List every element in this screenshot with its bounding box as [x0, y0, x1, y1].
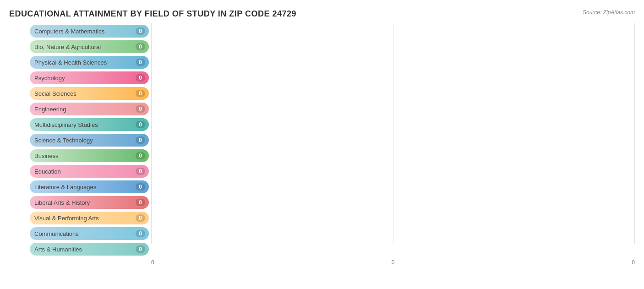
- bar-label-container: Multidisciplinary Studies0: [9, 118, 151, 131]
- bars-area: Computers & Mathematics0Bio, Nature & Ag…: [9, 23, 635, 257]
- bar-pill: Physical & Health Sciences0: [30, 56, 149, 69]
- bar-label-container: Arts & Humanities0: [9, 243, 151, 256]
- chart-container: EDUCATIONAL ATTAINMENT BY FIELD OF STUDY…: [0, 0, 644, 289]
- bar-pill-value: 0: [136, 214, 145, 222]
- bar-pill: Arts & Humanities0: [30, 243, 149, 256]
- x-label-0: 0: [151, 259, 154, 266]
- bar-row: Computers & Mathematics0: [9, 23, 635, 39]
- bar-pill: Visual & Performing Arts0: [30, 212, 149, 224]
- bar-pill: Engineering0: [30, 103, 149, 115]
- bar-row: Psychology0: [9, 70, 635, 86]
- bar-label-container: Computers & Mathematics0: [9, 25, 151, 38]
- bar-pill-label: Education: [34, 168, 61, 175]
- bar-pill-label: Engineering: [34, 106, 66, 113]
- bar-pill: Communications0: [30, 227, 149, 240]
- bar-row: Education0: [9, 164, 635, 179]
- bar-pill-label: Communications: [34, 230, 79, 237]
- bar-pill-label: Social Sciences: [34, 90, 76, 97]
- bar-pill: Liberal Arts & History0: [30, 196, 149, 209]
- bar-pill-label: Literature & Languages: [34, 184, 96, 191]
- bar-pill: Science & Technology0: [30, 134, 149, 147]
- bar-pill-value: 0: [136, 183, 145, 191]
- bar-row: Multidisciplinary Studies0: [9, 117, 635, 132]
- bar-pill: Business0: [30, 149, 149, 162]
- bar-pill-value: 0: [136, 105, 145, 113]
- bar-row: Physical & Health Sciences0: [9, 55, 635, 70]
- bar-pill-label: Science & Technology: [34, 137, 93, 144]
- bar-row: Bio, Nature & Agricultural0: [9, 39, 635, 55]
- bar-pill: Education0: [30, 165, 149, 178]
- bar-label-container: Communications0: [9, 227, 151, 240]
- bar-label-container: Visual & Performing Arts0: [9, 212, 151, 224]
- bar-pill-label: Business: [34, 153, 59, 159]
- bar-pill-value: 0: [136, 74, 145, 82]
- bar-pill-value: 0: [136, 121, 145, 128]
- bar-pill-value: 0: [136, 90, 145, 97]
- chart-area: Computers & Mathematics0Bio, Nature & Ag…: [9, 23, 635, 257]
- x-axis: 0 0 0: [151, 257, 635, 266]
- bar-pill-label: Bio, Nature & Agricultural: [34, 44, 101, 50]
- bar-row: Liberal Arts & History0: [9, 195, 635, 210]
- bar-row: Business0: [9, 148, 635, 164]
- x-label-1: 0: [392, 259, 395, 266]
- bar-pill-value: 0: [136, 27, 145, 35]
- bar-row: Social Sciences0: [9, 86, 635, 101]
- bar-pill-label: Physical & Health Sciences: [34, 59, 107, 66]
- bar-pill-value: 0: [136, 230, 145, 237]
- bar-pill: Psychology0: [30, 71, 149, 84]
- bar-pill-label: Arts & Humanities: [34, 246, 82, 253]
- bar-label-container: Psychology0: [9, 71, 151, 84]
- bar-pill: Literature & Languages0: [30, 180, 149, 193]
- bar-pill-label: Multidisciplinary Studies: [34, 121, 98, 128]
- bar-pill-label: Psychology: [34, 75, 65, 82]
- x-label-2: 0: [632, 259, 635, 266]
- bar-label-container: Bio, Nature & Agricultural0: [9, 40, 151, 53]
- bar-pill-label: Liberal Arts & History: [34, 199, 90, 206]
- bar-row: Engineering0: [9, 101, 635, 117]
- bar-label-container: Social Sciences0: [9, 87, 151, 100]
- bar-label-container: Education0: [9, 165, 151, 178]
- bar-label-container: Physical & Health Sciences0: [9, 56, 151, 69]
- bar-label-container: Engineering0: [9, 103, 151, 115]
- bar-row: Science & Technology0: [9, 132, 635, 148]
- source-text: Source: ZipAtlas.com: [583, 9, 635, 16]
- bar-label-container: Liberal Arts & History0: [9, 196, 151, 209]
- bar-pill-value: 0: [136, 152, 145, 159]
- bar-pill-label: Visual & Performing Arts: [34, 215, 99, 222]
- bar-label-container: Literature & Languages0: [9, 180, 151, 193]
- bar-label-container: Business0: [9, 149, 151, 162]
- bar-pill-value: 0: [136, 136, 145, 144]
- bar-pill: Multidisciplinary Studies0: [30, 118, 149, 131]
- bar-pill-value: 0: [136, 199, 145, 206]
- bar-pill-label: Computers & Mathematics: [34, 28, 104, 35]
- bar-pill: Computers & Mathematics0: [30, 25, 149, 38]
- bar-pill-value: 0: [136, 59, 145, 66]
- bar-pill: Social Sciences0: [30, 87, 149, 100]
- bar-pill-value: 0: [136, 168, 145, 175]
- bar-pill-value: 0: [136, 43, 145, 50]
- bar-row: Communications0: [9, 226, 635, 241]
- bar-pill: Bio, Nature & Agricultural0: [30, 40, 149, 53]
- bar-pill-value: 0: [136, 245, 145, 253]
- chart-title: EDUCATIONAL ATTAINMENT BY FIELD OF STUDY…: [9, 9, 635, 19]
- bar-label-container: Science & Technology0: [9, 134, 151, 147]
- bar-row: Arts & Humanities0: [9, 241, 635, 257]
- bar-row: Literature & Languages0: [9, 179, 635, 195]
- bar-row: Visual & Performing Arts0: [9, 210, 635, 226]
